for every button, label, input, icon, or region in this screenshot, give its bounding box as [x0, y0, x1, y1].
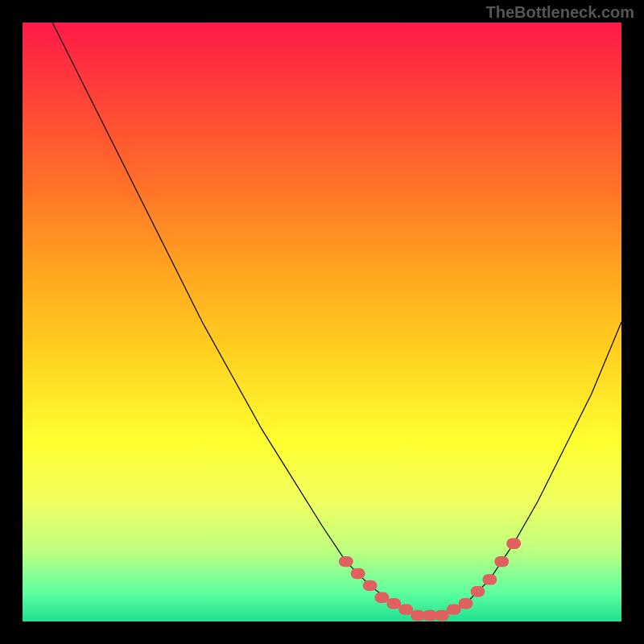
chart-svg: [23, 23, 621, 621]
highlight-marker: [494, 556, 509, 567]
highlight-marker: [398, 604, 413, 614]
highlight-markers: [339, 539, 521, 621]
highlight-marker: [386, 598, 401, 609]
watermark: TheBottleneck.com: [486, 3, 634, 22]
highlight-marker: [351, 568, 365, 579]
bottleneck-curve: [52, 23, 621, 616]
highlight-marker: [339, 556, 353, 567]
highlight-marker: [374, 592, 389, 603]
chart-area: [23, 23, 621, 621]
highlight-marker: [471, 586, 485, 597]
highlight-marker: [435, 610, 449, 621]
highlight-marker: [459, 598, 473, 609]
highlight-marker: [482, 574, 497, 584]
highlight-marker: [506, 539, 521, 549]
highlight-marker: [447, 604, 461, 614]
highlight-marker: [363, 580, 378, 591]
